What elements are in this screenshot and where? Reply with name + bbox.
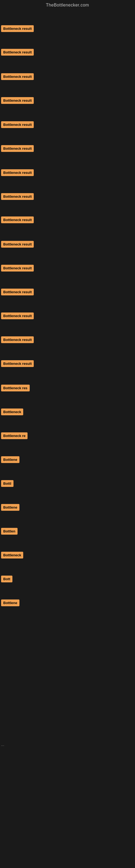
bottleneck-badge-17[interactable]: Bottleneck (1, 408, 23, 415)
bottleneck-badge-22[interactable]: Bottlen (1, 528, 17, 535)
bottleneck-badge-10[interactable]: Bottleneck result (1, 241, 34, 248)
bottleneck-badge-6[interactable]: Bottleneck result (1, 145, 34, 152)
bottleneck-item-9: Bottleneck result (1, 216, 34, 223)
bottleneck-badge-11[interactable]: Bottleneck result (1, 265, 34, 272)
bottleneck-item-12: Bottleneck result (1, 289, 34, 296)
bottleneck-badge-12[interactable]: Bottleneck result (1, 289, 34, 296)
bottleneck-badge-4[interactable]: Bottleneck result (1, 97, 34, 104)
bottleneck-item-5: Bottleneck result (1, 121, 34, 128)
bottleneck-badge-23[interactable]: Bottleneck (1, 552, 23, 558)
site-title: TheBottlenecker.com (0, 0, 135, 10)
bottleneck-badge-21[interactable]: Bottlene (1, 504, 19, 511)
bottleneck-item-24: Bott (1, 576, 12, 582)
bottleneck-badge-16[interactable]: Bottleneck res (1, 384, 30, 392)
bottleneck-item-2: Bottleneck result (1, 49, 34, 56)
bottleneck-badge-9[interactable]: Bottleneck result (1, 216, 34, 223)
bottleneck-badge-15[interactable]: Bottleneck result (1, 360, 34, 367)
bottleneck-item-25: Bottlene (1, 599, 19, 606)
bottleneck-item-4: Bottleneck result (1, 97, 34, 104)
bottleneck-item-13: Bottleneck result (1, 312, 34, 319)
bottleneck-item-21: Bottlene (1, 504, 19, 511)
page-container: TheBottlenecker.com Bottleneck result Bo… (0, 0, 135, 868)
bottleneck-item-14: Bottleneck result (1, 336, 34, 343)
bottleneck-item-17: Bottleneck (1, 408, 23, 415)
bottleneck-item-3: Bottleneck result (1, 73, 34, 80)
bottleneck-badge-8[interactable]: Bottleneck result (1, 193, 34, 200)
bottleneck-item-11: Bottleneck result (1, 265, 34, 272)
bottleneck-badge-5[interactable]: Bottleneck result (1, 121, 34, 128)
bottleneck-item-15: Bottleneck result (1, 360, 34, 367)
bottleneck-badge-13[interactable]: Bottleneck result (1, 312, 34, 319)
bottleneck-badge-24[interactable]: Bott (1, 576, 12, 582)
bottleneck-item-18: Bottleneck re (1, 432, 28, 439)
bottleneck-badge-2[interactable]: Bottleneck result (1, 49, 34, 56)
bottleneck-badge-7[interactable]: Bottleneck result (1, 169, 34, 176)
bottleneck-item-16: Bottleneck res (1, 384, 30, 393)
bottleneck-badge-3[interactable]: Bottleneck result (1, 73, 34, 80)
bottleneck-badge-18[interactable]: Bottleneck re (1, 432, 28, 439)
ellipsis-indicator: ... (1, 742, 4, 747)
bottleneck-badge-25[interactable]: Bottlene (1, 599, 19, 606)
bottleneck-item-19: Bottlene (1, 456, 19, 463)
bottleneck-badge-19[interactable]: Bottlene (1, 456, 19, 463)
bottleneck-badge-20[interactable]: Bottl (1, 480, 13, 487)
ellipsis-text: ... (1, 742, 4, 747)
bottleneck-item-20: Bottl (1, 480, 13, 487)
bottleneck-badge-1[interactable]: Bottleneck result (1, 25, 34, 32)
bottleneck-item-1: Bottleneck result (1, 25, 34, 32)
bottleneck-item-23: Bottleneck (1, 552, 23, 558)
bottleneck-item-6: Bottleneck result (1, 145, 34, 152)
bottleneck-item-7: Bottleneck result (1, 169, 34, 176)
bottleneck-item-10: Bottleneck result (1, 241, 34, 248)
bottleneck-badge-14[interactable]: Bottleneck result (1, 336, 34, 343)
bottleneck-item-22: Bottlen (1, 528, 17, 535)
bottleneck-item-8: Bottleneck result (1, 193, 34, 200)
